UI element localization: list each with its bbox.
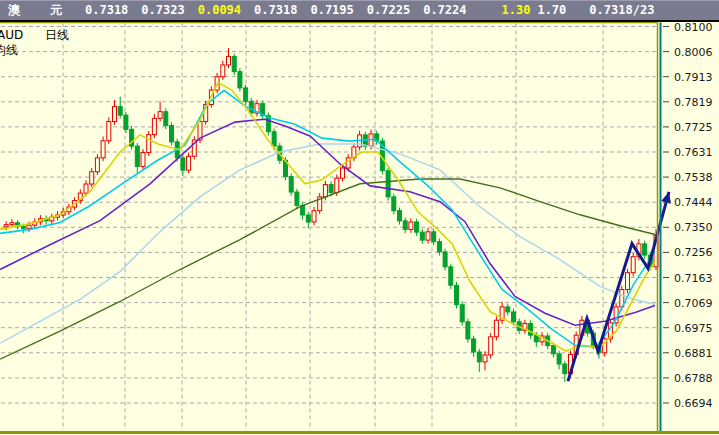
y-tick-label: 0.8006 (674, 46, 713, 59)
y-tick-label: 0.6694 (674, 397, 713, 410)
chart-corner-labels: AUD 日线 (0, 28, 69, 42)
y-tick-label: 0.7631 (674, 146, 713, 159)
y-tick-label: 0.7069 (674, 297, 713, 310)
y-tick-label: 0.7444 (674, 196, 713, 209)
chart-background (0, 22, 719, 435)
ma-legend-label: 均线 (0, 43, 18, 57)
price-chart-canvas[interactable]: 0.81000.80060.79130.78190.77250.76310.75… (0, 22, 719, 435)
y-tick-label: 0.7163 (674, 272, 713, 285)
quote-field-11: 0.7318/23 (589, 1, 654, 20)
period-label: 日线 (45, 28, 69, 42)
y-tick-label: 0.7538 (674, 171, 713, 184)
quote-field-2: 0.7318 (85, 1, 128, 20)
quote-field-4: 0.0094 (198, 1, 241, 20)
y-tick-label: 0.6788 (674, 372, 713, 385)
y-tick-label: 0.7819 (674, 96, 713, 109)
y-tick-label: 0.7256 (674, 246, 713, 259)
y-tick-label: 0.7350 (674, 221, 713, 234)
quote-field-7: 0.7225 (367, 1, 410, 20)
quote-bar: 澳元0.73180.73230.00940.73180.71950.72250.… (0, 0, 719, 22)
y-tick-label: 0.8100 (674, 22, 713, 34)
quote-field-10: 1.70 (537, 1, 566, 20)
quote-field-8: 0.7224 (423, 1, 466, 20)
quote-field-9: 1.30 (502, 1, 531, 20)
quote-field-6: 0.7195 (310, 1, 353, 20)
y-tick-label: 0.6975 (674, 322, 713, 335)
trading-app-window: { "info_bar": { "items": [ {"text": "澳",… (0, 0, 719, 435)
y-tick-label: 0.7913 (674, 71, 713, 84)
quote-field-1: 元 (50, 1, 62, 20)
quote-field-5: 0.7318 (254, 1, 297, 20)
y-tick-label: 0.7725 (674, 121, 713, 134)
symbol-label: AUD (0, 28, 23, 42)
quote-field-0: 澳 (8, 1, 21, 20)
y-tick-label: 0.6881 (674, 347, 713, 360)
quote-field-3: 0.7323 (141, 1, 184, 20)
chart-area[interactable]: AUD 日线 均线 0.81000.80060.79130.78190.7725… (0, 22, 719, 435)
